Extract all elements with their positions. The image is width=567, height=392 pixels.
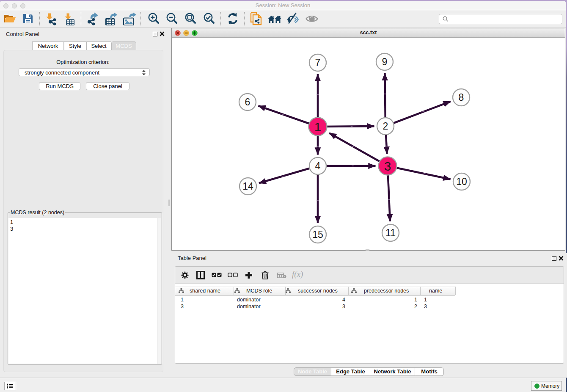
svg-text:9: 9 [382,56,388,67]
svg-text:11: 11 [385,227,396,238]
svg-text:4: 4 [315,160,321,171]
svg-text:7: 7 [315,57,321,68]
svg-text:10: 10 [456,176,467,187]
svg-text:2: 2 [383,121,388,132]
svg-text:1: 1 [314,120,322,134]
svg-text:15: 15 [312,229,323,240]
svg-text:8: 8 [459,92,464,103]
svg-text:3: 3 [384,159,391,173]
svg-text:6: 6 [245,97,250,108]
svg-text:14: 14 [242,181,253,192]
